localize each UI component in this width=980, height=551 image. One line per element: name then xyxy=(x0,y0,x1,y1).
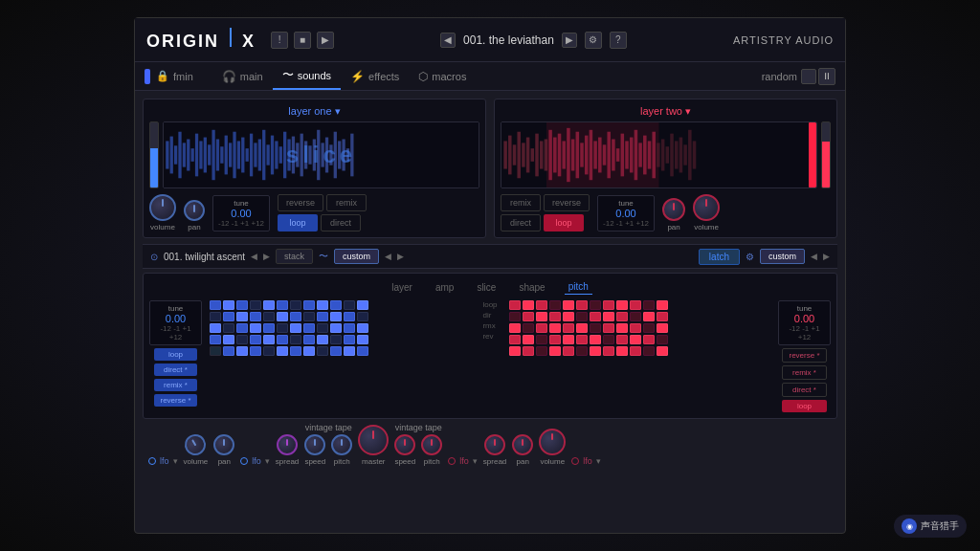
spread-left-knob[interactable] xyxy=(277,434,298,455)
step-cell[interactable] xyxy=(236,300,248,310)
step-cell[interactable] xyxy=(590,300,601,310)
layer-one-loop-btn[interactable]: loop xyxy=(278,214,318,231)
step-cell[interactable] xyxy=(549,346,561,356)
step-cell[interactable] xyxy=(616,335,628,344)
step-cell[interactable] xyxy=(616,346,628,356)
save-button[interactable]: ⚙ xyxy=(585,32,602,49)
step-cell[interactable] xyxy=(317,335,328,344)
step-cell[interactable] xyxy=(523,323,534,333)
bb-custom-right-prev[interactable]: ◀ xyxy=(811,252,817,261)
step-cell[interactable] xyxy=(290,323,301,333)
seq-reverse-btn[interactable]: reverse * xyxy=(154,394,196,407)
step-cell[interactable] xyxy=(277,312,288,321)
layer-two-volume-slider[interactable] xyxy=(821,121,831,188)
step-cell[interactable] xyxy=(357,335,368,344)
step-cell[interactable] xyxy=(344,312,355,321)
step-cell[interactable] xyxy=(303,300,315,310)
record-button[interactable]: ■ xyxy=(294,32,311,49)
seq-loop-btn[interactable]: loop xyxy=(154,348,196,361)
step-cell[interactable] xyxy=(263,312,275,321)
step-cell[interactable] xyxy=(509,323,521,333)
step-cell[interactable] xyxy=(563,323,574,333)
layer-one-direct-btn[interactable]: direct xyxy=(321,214,361,231)
step-cell[interactable] xyxy=(330,346,342,356)
step-cell[interactable] xyxy=(344,323,355,333)
tab-sounds[interactable]: 〜 sounds xyxy=(273,62,341,90)
step-cell[interactable] xyxy=(603,323,614,333)
tab-effects[interactable]: ⚡ effects xyxy=(341,62,409,90)
step-cell[interactable] xyxy=(643,346,655,356)
bb-prev-arrow[interactable]: ◀ xyxy=(251,252,257,261)
step-cell[interactable] xyxy=(303,312,315,321)
step-cell[interactable] xyxy=(277,300,288,310)
step-cell[interactable] xyxy=(344,335,355,344)
step-cell[interactable] xyxy=(643,335,655,344)
alert-button[interactable]: ! xyxy=(271,32,288,49)
step-cell[interactable] xyxy=(536,312,547,321)
step-cell[interactable] xyxy=(317,346,328,356)
step-cell[interactable] xyxy=(563,312,574,321)
step-cell[interactable] xyxy=(590,346,601,356)
seq-remix-btn[interactable]: remix * xyxy=(154,379,196,391)
lfo2-right-arrow[interactable]: ▾ xyxy=(596,456,601,466)
spread-right-knob[interactable] xyxy=(484,434,505,455)
step-cell[interactable] xyxy=(317,300,328,310)
step-cell[interactable] xyxy=(263,300,275,310)
step-cell[interactable] xyxy=(250,312,261,321)
step-cell[interactable] xyxy=(223,335,234,344)
step-cell[interactable] xyxy=(657,300,668,310)
step-cell[interactable] xyxy=(603,300,614,310)
step-cell[interactable] xyxy=(223,300,234,310)
step-cell[interactable] xyxy=(603,346,614,356)
layer-one-volume-knob[interactable] xyxy=(149,194,176,221)
step-cell[interactable] xyxy=(250,300,261,310)
preset-next[interactable]: ▶ xyxy=(562,33,577,48)
step-cell[interactable] xyxy=(290,300,301,310)
step-cell[interactable] xyxy=(263,346,275,356)
step-cell[interactable] xyxy=(630,300,641,310)
step-cell[interactable] xyxy=(630,312,641,321)
step-cell[interactable] xyxy=(630,335,641,344)
step-cell[interactable] xyxy=(523,335,534,344)
step-cell[interactable] xyxy=(563,346,574,356)
step-cell[interactable] xyxy=(563,335,574,344)
seq-tab-layer[interactable]: layer xyxy=(388,280,416,295)
step-cell[interactable] xyxy=(303,346,315,356)
step-cell[interactable] xyxy=(509,312,521,321)
step-cell[interactable] xyxy=(630,346,641,356)
seq-reverse-right-btn[interactable]: reverse * xyxy=(782,348,826,363)
step-cell[interactable] xyxy=(317,323,328,333)
step-cell[interactable] xyxy=(330,335,342,344)
step-cell[interactable] xyxy=(236,323,248,333)
step-cell[interactable] xyxy=(657,335,668,344)
step-cell[interactable] xyxy=(657,312,668,321)
step-cell[interactable] xyxy=(549,300,561,310)
step-cell[interactable] xyxy=(210,300,221,310)
layer-two-tune-value[interactable]: 0.00 xyxy=(603,208,649,219)
step-cell[interactable] xyxy=(616,300,628,310)
step-cell[interactable] xyxy=(223,312,234,321)
step-cell[interactable] xyxy=(576,323,588,333)
seq-direct-btn[interactable]: direct * xyxy=(154,364,196,376)
step-cell[interactable] xyxy=(236,346,248,356)
random-button[interactable] xyxy=(801,69,816,84)
step-cell[interactable] xyxy=(643,323,655,333)
step-cell[interactable] xyxy=(223,346,234,356)
step-cell[interactable] xyxy=(357,300,368,310)
step-cell[interactable] xyxy=(549,323,561,333)
step-cell[interactable] xyxy=(290,346,301,356)
step-cell[interactable] xyxy=(250,335,261,344)
step-cell[interactable] xyxy=(344,346,355,356)
step-cell[interactable] xyxy=(236,312,248,321)
step-cell[interactable] xyxy=(236,335,248,344)
seq-tab-amp[interactable]: amp xyxy=(432,280,457,295)
step-cell[interactable] xyxy=(317,312,328,321)
step-cell[interactable] xyxy=(657,323,668,333)
lfo2-left-arrow[interactable]: ▾ xyxy=(265,456,270,466)
volume-right-knob[interactable] xyxy=(539,429,566,455)
step-cell[interactable] xyxy=(616,323,628,333)
help-button[interactable]: ? xyxy=(610,32,627,49)
step-cell[interactable] xyxy=(536,300,547,310)
step-cell[interactable] xyxy=(263,335,275,344)
master-knob[interactable] xyxy=(358,425,389,455)
